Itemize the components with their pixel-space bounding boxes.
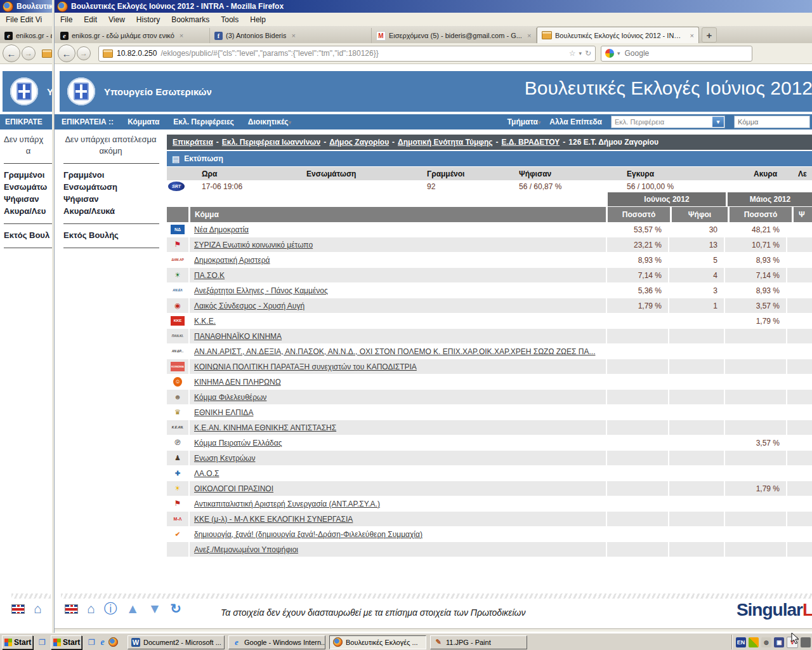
party-link[interactable]: Κ.Ε.ΑΝ. ΚΙΝΗΜΑ ΕΘΝΙΚΗΣ ΑΝΤΙΣΤΑΣΗΣ <box>194 423 336 432</box>
party-link[interactable]: Λαικός Σύνδεσμος - Χρυσή Αυγή <box>194 302 304 310</box>
taskbar-button-firefox-active[interactable]: Βουλευτικές Εκλογές ... <box>329 635 426 649</box>
nav-other-levels[interactable]: Αλλα Επίπεδα <box>549 117 602 126</box>
bg-no-result-line1: Δεν υπάρχ <box>4 134 53 145</box>
url-dropdown-icon[interactable]: ▾ <box>579 50 582 56</box>
home-icon[interactable]: ⌂ <box>87 602 95 616</box>
nav-districts[interactable]: Εκλ. Περιφέρειες <box>173 117 234 126</box>
election-title: Βουλευτικές Εκλογές Ιούνιος 2012 <box>525 77 812 99</box>
home-icon[interactable]: ⌂ <box>34 602 42 616</box>
party-link[interactable]: Κόμμα Φιλελευθέρων <box>194 393 266 402</box>
reload-icon[interactable]: ↻ <box>585 49 591 58</box>
tab-close-icon[interactable]: × <box>527 32 531 39</box>
quicklaunch-firefox-icon[interactable] <box>108 637 119 647</box>
ekloges-favicon <box>542 31 552 39</box>
tab-close-icon[interactable]: × <box>180 32 183 39</box>
menu-file[interactable]: File <box>55 15 78 24</box>
region-select[interactable]: Εκλ. Περιφέρεια ▾ <box>611 116 725 128</box>
tab-ekloges-active[interactable]: Βουλευτικές Εκλογές Ιούνιος 2012 - INTRA… <box>537 27 699 43</box>
party-link[interactable]: Ανεξ./Μεμονωμένοι Υποψήφιοι <box>194 545 298 554</box>
nav-parties[interactable]: Κόμματα <box>128 117 159 126</box>
taskbar-button-paint[interactable]: ✎ 11.JPG - Paint <box>430 635 527 649</box>
party-link[interactable]: ΕΘΝΙΚΗ ΕΛΠΙΔΑ <box>194 408 253 417</box>
party-link[interactable]: ΚΙΝΗΜΑ ΔΕΝ ΠΛΗΡΩΝΩ <box>194 378 281 387</box>
party-link[interactable]: ΣΥΡΙΖΑ Ενωτικό κοινωνικό μέτωπο <box>194 241 313 249</box>
bg-menu-items[interactable]: File Edit Vi <box>0 15 48 24</box>
party-link[interactable]: ΠΑΝΑΘΗΝΑΪΚΟ ΚΙΝΗΜΑ <box>194 332 282 341</box>
bg-tab[interactable]: e enikos.gr - ε <box>0 28 54 43</box>
url-bar[interactable]: 10.82.0.250 /ekloges/public/#{"cls":"lev… <box>98 46 596 62</box>
tray-extra-icon[interactable] <box>801 637 811 647</box>
party-link[interactable]: ΚΚΕ (μ-λ) - Μ-Λ ΚΚΕ ΕΚΛΟΓΙΚΗ ΣΥΝΕΡΓΑΣΙΑ <box>194 515 353 524</box>
bg-ministry-partial: Υ <box>47 86 53 97</box>
nav-sections[interactable]: Τμήματα▾ <box>508 117 541 126</box>
taskbar-button-ie[interactable]: e Google - Windows Intern... <box>228 635 325 649</box>
tray-messenger-icon[interactable] <box>749 637 759 647</box>
party-link[interactable]: Κόμμα Πειρατών Ελλάδας <box>194 439 282 448</box>
bg-quicklaunch-icon[interactable]: ❐ <box>37 637 48 647</box>
party-link[interactable]: ΚΟΙΝΩΝΙΑ ΠΟΛΙΤΙΚΗ ΠΑΡΑΤΑΞΗ συνεχιστών το… <box>194 362 417 371</box>
tray-language-indicator[interactable]: EN <box>736 637 746 647</box>
may-percent-cell <box>724 420 786 435</box>
select-arrow-icon[interactable]: ▾ <box>712 117 724 127</box>
party-link[interactable]: Κ.Κ.Ε. <box>194 317 216 326</box>
breadcrumb-link-epikrateia[interactable]: Επικράτεια <box>173 138 213 147</box>
search-engine-dropdown-icon[interactable]: ▾ <box>617 50 620 56</box>
tab-facebook[interactable]: f (3) Antonios Bideris × <box>210 28 372 43</box>
menu-bookmarks[interactable]: Bookmarks <box>166 15 215 24</box>
party-link[interactable]: ΑΝ.ΑΝ.ΑΡΙΣΤ., ΑΝ.ΔΕΞΙΑ, ΑΝ.ΠΑΣΟΚ, ΑΝ.Ν.Δ… <box>194 347 595 356</box>
search-input[interactable] <box>624 48 734 58</box>
tray-network-icon[interactable]: ◍ <box>761 637 771 647</box>
refresh-icon[interactable]: ↻ <box>170 602 181 616</box>
results-column-header: Κόμμα Ποσοστό Ψήφοι Ποσοστό Ψ <box>167 207 812 222</box>
party-link[interactable]: Δημοκρατική Αριστερά <box>194 256 270 265</box>
party-link[interactable]: ΟΙΚΟΛΟΓΟΙ ΠΡΑΣΙΝΟΙ <box>194 484 273 493</box>
menu-help[interactable]: Help <box>244 15 272 24</box>
may-votes-cell <box>786 298 812 313</box>
down-arrow-icon[interactable]: ▼ <box>148 602 161 616</box>
menu-history[interactable]: History <box>131 15 166 24</box>
quicklaunch-ie-icon[interactable]: e <box>97 637 108 647</box>
new-tab-button[interactable]: + <box>702 27 717 43</box>
uk-flag-icon[interactable] <box>11 604 25 614</box>
party-link[interactable]: Ενωση Κεντρώων <box>194 454 255 463</box>
menu-tools[interactable]: Tools <box>215 15 244 24</box>
tab-gmail[interactable]: M Εισερχόμενα (5) - bideris@gmail.com - … <box>372 28 537 43</box>
menu-edit[interactable]: Edit <box>78 15 103 24</box>
may-percent-cell <box>724 512 786 526</box>
june-percent-cell <box>606 451 668 465</box>
start-button[interactable]: Start <box>51 635 82 649</box>
search-box[interactable]: ▾ <box>601 46 752 62</box>
breadcrumb-link-ioannina[interactable]: Εκλ. Περιφέρεια Ιωαννίνων <box>222 138 320 147</box>
forward-button[interactable]: → <box>77 46 91 60</box>
back-button[interactable]: ← <box>58 44 75 62</box>
breadcrumb-link-tymfi[interactable]: Δημοτική Ενότητα Τύμφης <box>398 138 492 147</box>
google-icon <box>605 49 614 58</box>
breadcrumb-link-zagori[interactable]: Δήμος Ζαγορίου <box>329 138 389 147</box>
bg-forward-button[interactable]: → <box>22 46 36 60</box>
tab-enikos[interactable]: e enikos.gr - εδώ μιλάμε στον ενικό × <box>56 28 210 43</box>
party-link[interactable]: Ανεξάρτητοι Ελληνες - Πάνος Καμμένος <box>194 286 328 295</box>
tab-close-icon[interactable]: × <box>291 32 295 39</box>
quicklaunch-window-icon[interactable]: ❐ <box>86 637 97 647</box>
party-link[interactable]: Νέα Δημοκρατία <box>194 225 249 234</box>
bg-tab-bar: e enikos.gr - ε <box>0 26 54 44</box>
breadcrumb-link-vradetou[interactable]: Ε.Δ. ΒΡΑΔΕΤΟΥ <box>501 138 560 147</box>
info-icon[interactable]: ⓘ <box>104 602 117 616</box>
party-link[interactable]: δημιουργία, ξανά! (δημιουργία ξανά!-Δράσ… <box>194 530 422 539</box>
may-percent-cell <box>724 527 786 541</box>
party-link[interactable]: Αντικαπιταλιστική Αριστερή Συνεργασία (Α… <box>194 500 380 508</box>
uk-flag-icon[interactable] <box>65 604 78 614</box>
menu-view[interactable]: View <box>103 15 131 24</box>
bookmark-star-icon[interactable]: ☆ <box>569 49 576 58</box>
party-link[interactable]: ΠΑ.ΣΟ.Κ <box>194 271 225 280</box>
nav-administrative[interactable]: Διοικητικές▾ <box>248 117 291 126</box>
party-filter-input[interactable] <box>735 116 809 128</box>
print-button[interactable]: Εκτύπωση <box>184 154 223 163</box>
taskbar-button-word[interactable]: W Document2 - Microsoft ... <box>128 635 225 649</box>
party-link[interactable]: ΛΑ.Ο.Σ <box>194 469 219 478</box>
tab-close-icon[interactable]: × <box>690 32 694 39</box>
bg-start-button[interactable]: Start <box>2 635 33 649</box>
tray-display-icon[interactable]: ▣ <box>774 637 784 647</box>
bg-back-button[interactable]: ← <box>3 44 20 62</box>
up-arrow-icon[interactable]: ▲ <box>126 602 140 616</box>
